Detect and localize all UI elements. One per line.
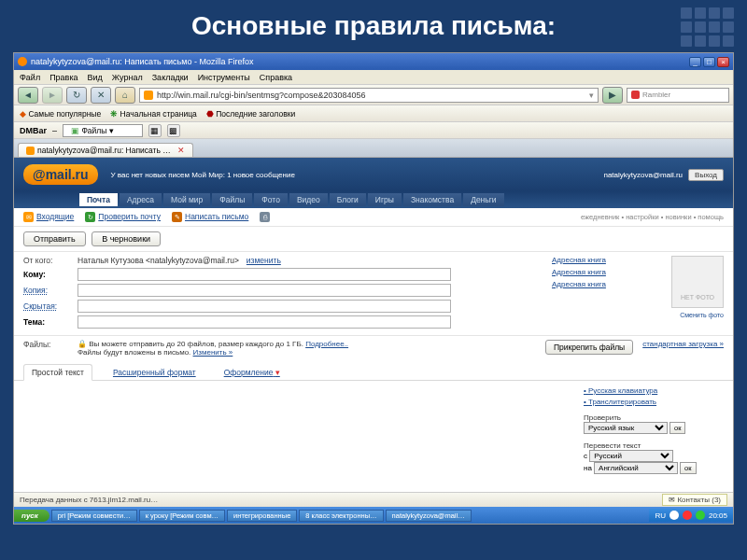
link-check[interactable]: ↻Проверить почту	[85, 212, 161, 222]
header-info: У вас нет новых писем Мой Мир: 1 новое с…	[111, 171, 604, 179]
format-row: Простой текст Расширенный формат Оформле…	[14, 360, 733, 381]
check-label: Проверить	[584, 413, 724, 422]
reload-button[interactable]: ↻	[66, 87, 87, 104]
search-box[interactable]: Rambler	[627, 88, 729, 103]
tab-close-icon[interactable]: ✕	[177, 146, 185, 155]
tray-icon-3[interactable]	[696, 511, 705, 520]
menu-help[interactable]: Справка	[260, 73, 292, 82]
tab-files[interactable]: Файлы	[212, 193, 252, 206]
deco-grid	[681, 7, 734, 47]
menu-file[interactable]: Файл	[20, 73, 40, 82]
tab-dating[interactable]: Знакомства	[403, 193, 461, 206]
bookmarks-bar: ◆ Самые популярные ❋ Начальная страница …	[14, 105, 733, 122]
start-button[interactable]: пуск	[14, 510, 49, 522]
lang-ind[interactable]: RU	[655, 511, 666, 520]
fmt-rich[interactable]: Расширенный формат	[106, 365, 204, 380]
account-link[interactable]: natalykytyzova@mail.ru	[603, 171, 683, 179]
forward-button[interactable]: ►	[42, 87, 63, 104]
files-more[interactable]: Подробнее..	[305, 340, 348, 348]
kb-link[interactable]: • Русская клавиатура	[584, 386, 724, 395]
tab-blogs[interactable]: Блоги	[330, 193, 366, 206]
tab-video[interactable]: Видео	[289, 193, 328, 206]
maximize-button[interactable]: □	[703, 57, 715, 67]
tr-ok[interactable]: ок	[680, 462, 696, 474]
standard-upload[interactable]: стандартная загрузка »	[642, 340, 724, 348]
send-button[interactable]: Отправить	[23, 231, 86, 246]
mail-header: @mail.ru У вас нет новых писем Мой Мир: …	[14, 158, 733, 191]
dmbar-btn2[interactable]: ▩	[167, 124, 180, 137]
files-label: Файлы:	[23, 340, 78, 349]
close-button[interactable]: ×	[717, 57, 729, 67]
minimize-button[interactable]: _	[689, 57, 701, 67]
fmt-style[interactable]: Оформление ▾	[217, 365, 288, 380]
dmbar-label: DMBar	[20, 126, 47, 135]
back-button[interactable]: ◄	[18, 87, 38, 104]
dmbar-files[interactable]: ▣ Файлы ▾	[63, 124, 143, 137]
lang-select[interactable]: Русский язык	[584, 422, 668, 434]
tab-photo[interactable]: Фото	[254, 193, 288, 206]
tray-icon-1[interactable]	[669, 511, 679, 520]
window-title: natalykytyzova@mail.ru: Написать письмо …	[31, 57, 254, 66]
drafts-button[interactable]: В черновики	[92, 231, 161, 246]
attach-button[interactable]: Прикрепить файлы	[545, 340, 633, 355]
to-field[interactable]	[78, 268, 451, 281]
tab-label: natalykytyzova@mail.ru: Написать …	[37, 146, 171, 155]
tray-icon-2[interactable]	[683, 511, 692, 520]
tab-icon	[26, 147, 35, 155]
link-compose[interactable]: ✎Написать письмо	[172, 212, 248, 222]
message-body[interactable]	[14, 381, 574, 465]
cc-field[interactable]	[78, 284, 451, 297]
link-inbox[interactable]: ✉Входящие	[23, 212, 74, 222]
tab-mail[interactable]: Почта	[79, 193, 118, 206]
content: @mail.ru У вас нет новых писем Мой Мир: …	[14, 158, 733, 509]
task-2[interactable]: к уроку [Режим совм…	[139, 510, 225, 522]
links-row: ✉Входящие ↻Проверить почту ✎Написать пис…	[14, 208, 733, 227]
bookmark-start[interactable]: ❋ Начальная страница	[110, 109, 197, 119]
home-button[interactable]: ⌂	[115, 87, 135, 104]
task-3[interactable]: интегрированные	[227, 510, 297, 522]
clock[interactable]: 20:05	[709, 511, 727, 520]
fmt-plain[interactable]: Простой текст	[23, 364, 92, 381]
link-print[interactable]: ⎙	[260, 212, 273, 222]
dmbar-btn1[interactable]: ▦	[148, 124, 162, 137]
mail-tabs: Почта Адреса Мой мир Файлы Фото Видео Бл…	[14, 191, 733, 208]
avatar[interactable]: НЕТ ФОТО	[671, 256, 724, 308]
tab-myworld[interactable]: Мой мир	[163, 193, 210, 206]
menu-bookmarks[interactable]: Закладки	[152, 73, 189, 82]
task-5[interactable]: natalykytyzova@mail…	[386, 510, 472, 522]
menu-view[interactable]: Вид	[88, 73, 103, 82]
go-button[interactable]: ▶	[602, 87, 623, 104]
change-photo[interactable]: Сменить фото	[680, 312, 724, 318]
tab-addresses[interactable]: Адреса	[120, 193, 162, 206]
menu-history[interactable]: Журнал	[112, 73, 143, 82]
bookmark-popular[interactable]: ◆ Самые популярные	[20, 109, 101, 119]
window-titlebar: natalykytyzova@mail.ru: Написать письмо …	[14, 53, 733, 70]
bcc-field[interactable]	[78, 300, 451, 313]
menu-tools[interactable]: Инструменты	[198, 73, 250, 82]
subj-field[interactable]	[78, 315, 451, 329]
url-text: http://win.mail.ru/cgi-bin/sentmsg?compo…	[157, 91, 366, 100]
logout-button[interactable]: Выход	[688, 169, 724, 181]
url-bar[interactable]: http://win.mail.ru/cgi-bin/sentmsg?compo…	[139, 88, 599, 103]
from-change[interactable]: изменить	[247, 256, 281, 265]
task-1[interactable]: pri [Режим совмести…	[51, 510, 137, 522]
tr-from[interactable]: Русский	[589, 450, 673, 462]
search-engine-icon	[631, 91, 640, 99]
contacts-popup[interactable]: ✉ Контакты (3)	[662, 494, 727, 506]
tab-money[interactable]: Деньги	[463, 193, 503, 206]
task-4[interactable]: 8 класс электронны…	[299, 510, 383, 522]
mail-logo[interactable]: @mail.ru	[23, 164, 98, 185]
tabbar: natalykytyzova@mail.ru: Написать … ✕	[14, 139, 733, 158]
firefox-icon	[18, 57, 27, 66]
to-label: Кому:	[23, 270, 78, 279]
files-change[interactable]: Изменить »	[193, 348, 233, 357]
stop-button[interactable]: ✕	[91, 87, 111, 104]
tab-active[interactable]: natalykytyzova@mail.ru: Написать … ✕	[18, 143, 193, 157]
menu-edit[interactable]: Правка	[49, 73, 78, 82]
tr-to[interactable]: Английский	[594, 462, 678, 474]
tab-games[interactable]: Игры	[368, 193, 402, 206]
check-ok[interactable]: ок	[669, 422, 685, 434]
search-placeholder: Rambler	[642, 91, 670, 99]
trans-link[interactable]: • Транслитерировать	[584, 398, 724, 406]
bookmark-latest[interactable]: ⬣ Последние заголовки	[206, 109, 295, 119]
